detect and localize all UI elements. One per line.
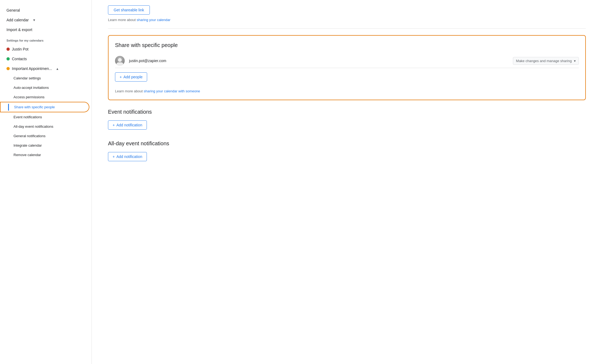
add-people-button[interactable]: + Add people: [115, 72, 147, 82]
sidebar-sub-calendar-settings[interactable]: Calendar settings: [0, 73, 92, 83]
sidebar-sub-allday-notifications[interactable]: All-day event notifications: [0, 122, 92, 131]
plus-icon: +: [120, 75, 122, 79]
sidebar-item-justin-pot[interactable]: Justin Pot: [0, 44, 92, 54]
sidebar-sub-auto-accept[interactable]: Auto-accept invitations: [0, 83, 92, 92]
justin-pot-dot: [6, 48, 10, 51]
avatar-head: [118, 58, 122, 62]
avatar-face: [115, 56, 125, 66]
add-event-notification-label: Add notification: [116, 123, 142, 127]
sidebar-item-contacts[interactable]: Contacts: [0, 54, 92, 64]
person-email: justin.pot@zapier.com: [129, 59, 509, 63]
add-allday-notification-label: Add notification: [116, 154, 142, 159]
sidebar-item-important-appointments-label: Important Appointmen...: [12, 66, 52, 71]
avatar-body: [116, 62, 123, 66]
chevron-up-icon: ▴: [56, 66, 58, 71]
sidebar-sub-general-notifications[interactable]: General notifications: [0, 131, 92, 141]
active-bar-indicator: [8, 104, 9, 111]
sidebar-sub-access-permissions[interactable]: Access permissions: [0, 92, 92, 102]
chevron-down-icon: ▾: [33, 18, 35, 22]
avatar: [115, 56, 125, 66]
share-learn-more: Learn more about sharing your calendar w…: [115, 89, 579, 93]
sidebar-item-justin-pot-label: Justin Pot: [12, 47, 28, 51]
event-notif-plus-icon: +: [113, 123, 115, 127]
sidebar-sub-share-specific-wrapper: Share with specific people: [0, 102, 89, 112]
shareable-link-section: Get shareable link Learn more about shar…: [108, 5, 586, 29]
sidebar-sub-remove-calendar[interactable]: Remove calendar: [0, 150, 92, 160]
sharing-with-someone-link[interactable]: sharing your calendar with someone: [144, 89, 200, 93]
sidebar-item-import-export-label: Import & export: [6, 28, 32, 32]
add-people-label: Add people: [123, 75, 143, 79]
sharing-calendar-link[interactable]: sharing your calendar: [137, 18, 170, 22]
allday-notifications-section: All-day event notifications + Add notifi…: [108, 140, 586, 161]
event-notifications-title: Event notifications: [108, 109, 586, 115]
sidebar-item-import-export[interactable]: Import & export: [0, 25, 92, 35]
sidebar-item-add-calendar[interactable]: Add calendar ▾: [0, 15, 92, 25]
event-notifications-section: Event notifications + Add notification: [108, 109, 586, 130]
permission-label: Make changes and manage sharing: [516, 59, 572, 63]
sidebar-sub-event-notifications[interactable]: Event notifications: [0, 112, 92, 122]
important-dot: [6, 67, 10, 70]
sidebar-sub-integrate-calendar[interactable]: Integrate calendar: [0, 141, 92, 150]
sidebar-item-general[interactable]: General: [0, 5, 92, 15]
sidebar-item-important-appointments[interactable]: Important Appointmen... ▴: [0, 64, 92, 73]
sidebar-sub-share-specific[interactable]: Share with specific people: [0, 102, 89, 112]
get-shareable-link-button[interactable]: Get shareable link: [108, 5, 150, 15]
allday-notif-plus-icon: +: [113, 154, 115, 159]
sidebar-item-contacts-label: Contacts: [12, 57, 27, 61]
dropdown-arrow-icon: ▾: [574, 59, 576, 63]
contacts-dot: [6, 57, 10, 60]
settings-section-header: Settings for my calendars: [0, 35, 92, 44]
share-card-title: Share with specific people: [115, 42, 579, 48]
sidebar-item-general-label: General: [6, 8, 20, 12]
person-row: justin.pot@zapier.com Make changes and m…: [115, 54, 579, 68]
add-allday-notification-button[interactable]: + Add notification: [108, 152, 147, 161]
allday-notifications-title: All-day event notifications: [108, 140, 586, 147]
permission-dropdown[interactable]: Make changes and manage sharing ▾: [513, 57, 579, 65]
sidebar: General Add calendar ▾ Import & export S…: [0, 0, 92, 364]
main-content: Get shareable link Learn more about shar…: [92, 0, 602, 364]
sidebar-item-add-calendar-label: Add calendar: [6, 18, 29, 22]
share-specific-card: Share with specific people justin.pot@za…: [108, 35, 586, 100]
sharing-learn-more: Learn more about sharing your calendar: [108, 18, 586, 22]
add-event-notification-button[interactable]: + Add notification: [108, 120, 147, 130]
